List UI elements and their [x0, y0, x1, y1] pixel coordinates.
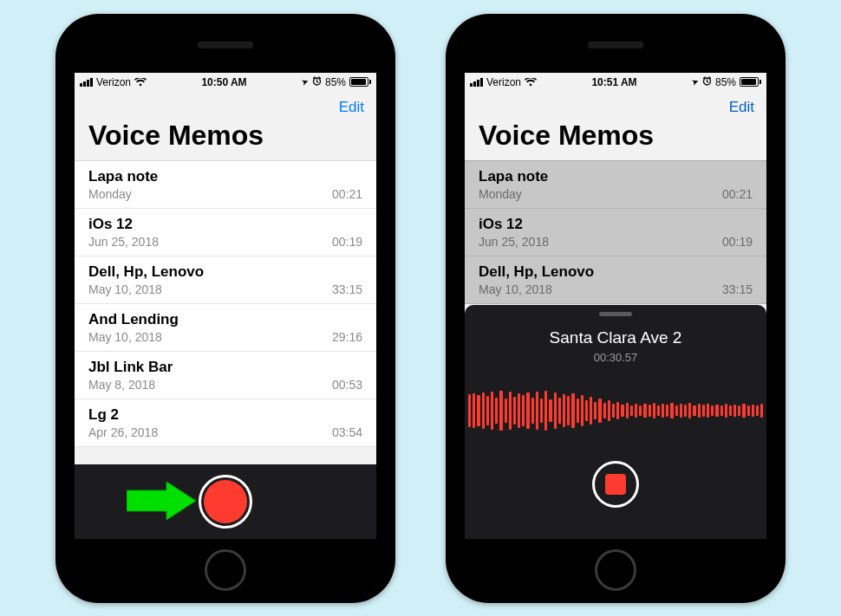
carrier-label: Verizon [96, 76, 131, 88]
list-item[interactable]: Dell, Hp, Lenovo May 10, 201833:15 [75, 256, 376, 304]
memo-duration: 00:19 [332, 235, 362, 249]
list-item[interactable]: And Lending May 10, 201829:16 [75, 304, 376, 352]
edit-button[interactable]: Edit [339, 99, 364, 116]
status-left: Verizon [80, 76, 147, 88]
location-icon: ➤ [690, 76, 700, 88]
edit-button[interactable]: Edit [729, 99, 754, 116]
recording-name: Santa Clara Ave 2 [550, 328, 682, 347]
list-item[interactable]: iOs 12 Jun 25, 201800:19 [465, 209, 766, 256]
phone-right: Verizon 10:51 AM ➤ 85% [446, 14, 786, 603]
battery-percent: 85% [325, 76, 346, 88]
memo-duration: 00:21 [722, 187, 753, 201]
alarm-icon [312, 76, 322, 88]
memo-title: Lapa note [88, 168, 362, 185]
nav-bar: Edit [75, 92, 376, 120]
phone-left: Verizon 10:50 AM ➤ 85% Edit Voice Memos [55, 14, 395, 603]
memo-date: Apr 26, 2018 [88, 425, 158, 439]
battery-icon [349, 77, 371, 87]
phone-speaker [588, 42, 643, 49]
screen-right: Verizon 10:51 AM ➤ 85% [465, 73, 766, 539]
memo-title: Dell, Hp, Lenovo [479, 263, 753, 281]
memo-date: May 10, 2018 [479, 282, 552, 296]
memo-title: iOs 12 [88, 216, 362, 233]
list-item[interactable]: Lapa note Monday00:21 [465, 161, 766, 209]
status-right: ➤ 85% [302, 76, 371, 88]
memo-title: iOs 12 [479, 216, 753, 233]
status-bar: Verizon 10:50 AM ➤ 85% [75, 73, 376, 92]
memo-date: Jun 25, 2018 [479, 235, 549, 249]
memo-title: Lg 2 [88, 406, 362, 424]
record-icon [204, 480, 247, 523]
dimmed-background: Verizon 10:51 AM ➤ 85% [465, 73, 766, 304]
page-title: Voice Memos [465, 120, 766, 160]
memo-title: Lapa note [479, 168, 753, 185]
home-button[interactable] [595, 549, 636, 591]
drag-handle-icon[interactable] [599, 312, 632, 316]
status-bar: Verizon 10:51 AM ➤ 85% [465, 73, 766, 92]
memo-date: Monday [479, 187, 522, 201]
screen-left: Verizon 10:50 AM ➤ 85% Edit Voice Memos [75, 73, 376, 539]
memo-date: May 10, 2018 [88, 282, 162, 296]
list-item[interactable]: Dell, Hp, Lenovo May 10, 201833:15 [465, 256, 766, 304]
memo-date: Jun 25, 2018 [88, 235, 159, 249]
memo-list: Lapa note Monday00:21 iOs 12 Jun 25, 201… [75, 160, 376, 447]
battery-percent: 85% [715, 76, 736, 88]
memo-duration: 33:15 [722, 282, 753, 296]
signal-bars-icon [80, 78, 93, 87]
status-left: Verizon [470, 76, 537, 88]
phone-speaker [198, 42, 253, 49]
memo-duration: 03:54 [332, 425, 362, 439]
alarm-icon [702, 76, 712, 88]
memo-title: Dell, Hp, Lenovo [88, 263, 362, 281]
memo-duration: 00:21 [332, 187, 362, 201]
stop-icon [605, 474, 626, 495]
list-item[interactable]: Lapa note Monday00:21 [75, 161, 376, 209]
page-title: Voice Memos [75, 120, 376, 160]
status-time: 10:51 AM [591, 76, 636, 88]
memo-date: May 10, 2018 [88, 330, 162, 344]
memo-date: Monday [88, 187, 132, 201]
carrier-label: Verizon [486, 76, 521, 88]
status-time: 10:50 AM [201, 76, 246, 88]
location-icon: ➤ [300, 76, 310, 88]
nav-bar: Edit [465, 92, 766, 120]
home-button[interactable] [205, 549, 246, 591]
record-bar [75, 464, 376, 539]
memo-duration: 00:19 [722, 235, 753, 249]
wifi-icon [134, 78, 147, 87]
recording-elapsed: 00:30.57 [594, 351, 638, 364]
record-button[interactable] [199, 475, 252, 528]
memo-duration: 29:16 [332, 330, 362, 344]
memo-date: May 8, 2018 [88, 378, 155, 392]
memo-title: Jbl Link Bar [88, 359, 362, 376]
list-item[interactable]: Jbl Link Bar May 8, 201800:53 [75, 352, 376, 399]
list-item[interactable]: Lg 2 Apr 26, 201803:54 [75, 399, 376, 447]
waveform [465, 385, 766, 437]
memo-list: Lapa note Monday00:21 iOs 12 Jun 25, 201… [465, 160, 766, 304]
memo-title: And Lending [88, 311, 362, 328]
stop-record-button[interactable] [592, 461, 639, 508]
memo-duration: 33:15 [332, 282, 362, 296]
wifi-icon [525, 78, 537, 87]
memo-duration: 00:53 [332, 378, 362, 392]
signal-bars-icon [470, 78, 483, 87]
list-item[interactable]: iOs 12 Jun 25, 201800:19 [75, 209, 376, 256]
recording-panel[interactable]: Santa Clara Ave 2 00:30.57 [465, 305, 766, 539]
battery-icon [740, 77, 761, 87]
status-right: ➤ 85% [692, 76, 761, 88]
